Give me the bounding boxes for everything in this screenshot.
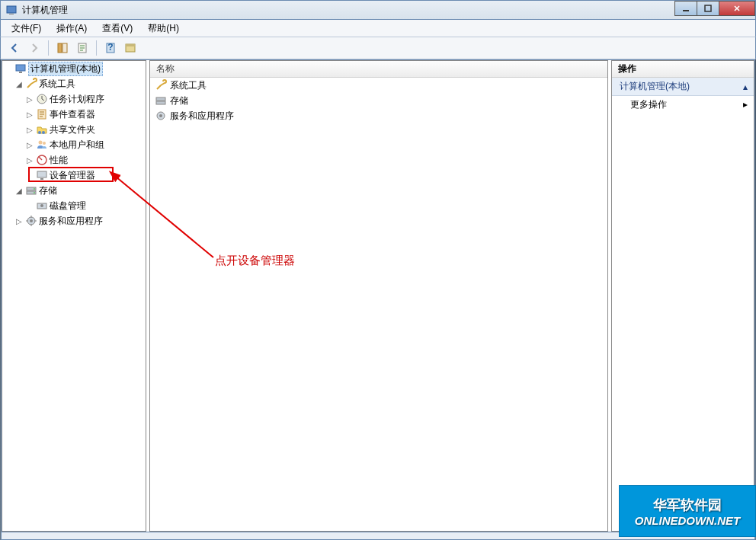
column-header-name[interactable]: 名称 [150,61,607,78]
tree-label: 任务计划程序 [50,93,104,106]
expand-icon[interactable]: ▷ [25,125,34,134]
tree-disk-management[interactable]: 磁盘管理 [24,198,146,213]
storage-icon [155,94,167,107]
svg-text:?: ? [107,42,113,53]
show-hide-tree-button[interactable] [53,39,72,57]
tree-system-tools[interactable]: ◢ 系统工具 [13,76,146,91]
toolbar-separator [48,40,49,56]
svg-point-15 [38,131,41,134]
maximize-button[interactable] [697,1,719,16]
expand-icon[interactable]: ▷ [25,140,34,149]
expand-icon[interactable]: ▷ [25,155,34,165]
tree-services-apps[interactable]: ▷ 服务和应用程序 [13,213,146,228]
collapse-icon[interactable]: ▴ [743,81,748,92]
tree-event-viewer[interactable]: ▷ 事件查看器 [24,107,146,122]
list-label: 系统工具 [170,79,207,92]
collapse-icon[interactable]: ◢ [14,79,24,88]
tree-shared-folders[interactable]: ▷ 共享文件夹 [24,122,146,137]
svg-point-17 [39,141,43,145]
list-item[interactable]: 服务和应用程序 [150,108,607,123]
actions-more-label: 更多操作 [630,98,667,111]
tree-label: 磁盘管理 [50,200,86,212]
tree-local-users[interactable]: ▷ 本地用户和组 [24,137,146,152]
titlebar: 计算机管理 [0,0,756,20]
svg-rect-3 [705,5,711,11]
annotation-highlight [28,167,114,182]
refresh-button[interactable] [121,39,139,57]
actions-more[interactable]: 更多操作 ▸ [612,96,754,113]
storage-icon [25,184,37,197]
expand-icon[interactable]: ▷ [14,216,24,225]
navigation-tree[interactable]: 计算机管理(本地) ◢ 系统工具 ▷ 任务计划程序 ▷ 事件查看器 [2,60,146,532]
list-label: 存储 [170,94,188,107]
tools-icon [155,79,167,91]
toolbar-separator [96,40,97,56]
list-item[interactable]: 存储 [150,93,607,108]
tree-root[interactable]: 计算机管理(本地) [2,61,146,76]
svg-point-33 [159,114,162,117]
tree-label: 计算机管理(本地) [28,62,103,76]
app-icon [5,4,18,16]
svg-rect-4 [58,43,62,53]
disk-icon [36,200,48,212]
actions-header: 操作 [612,61,754,78]
svg-rect-5 [62,43,67,53]
tree-label: 性能 [50,154,68,167]
watermark-line1: 华军软件园 [653,496,722,514]
shared-folder-icon [36,123,48,136]
svg-point-24 [34,188,35,190]
toolbar: ? [0,37,756,59]
svg-rect-10 [126,44,135,46]
actions-pane: 操作 计算机管理(本地) ▴ 更多操作 ▸ [611,60,754,532]
properties-button[interactable] [73,39,91,57]
menu-action[interactable]: 操作(A) [50,21,93,37]
content-list[interactable]: 名称 系统工具 存储 服务和应用程序 [149,60,608,532]
tree-task-scheduler[interactable]: ▷ 任务计划程序 [24,91,146,107]
watermark: 华军软件园 ONLINEDOWN.NET [619,485,756,537]
svg-rect-12 [19,72,22,73]
services-icon [155,110,167,122]
actions-section-label: 计算机管理(本地) [620,80,690,93]
menu-file[interactable]: 文件(F) [5,21,47,37]
tree-label: 系统工具 [39,78,75,91]
svg-rect-11 [16,65,25,71]
tree-performance[interactable]: ▷ 性能 [24,152,146,168]
tree-label: 存储 [39,184,57,197]
svg-rect-31 [156,101,165,104]
collapse-icon[interactable] [4,64,13,73]
chevron-right-icon: ▸ [743,99,748,110]
back-button[interactable] [5,39,24,57]
minimize-button[interactable] [674,1,697,16]
svg-rect-1 [9,14,14,14]
menu-help[interactable]: 帮助(H) [142,21,185,37]
expand-icon[interactable]: ▷ [25,94,34,104]
tools-icon [25,78,37,90]
svg-point-29 [30,219,33,222]
tree-storage[interactable]: ◢ 存储 [13,183,146,198]
blank-icon [25,201,34,210]
performance-icon [36,154,48,166]
svg-point-18 [43,142,46,145]
annotation-text: 点开设备管理器 [215,254,295,268]
svg-rect-2 [683,10,689,11]
list-item[interactable]: 系统工具 [150,78,607,93]
svg-point-16 [42,131,45,134]
computer-icon [14,62,27,75]
expand-icon[interactable]: ▷ [25,110,34,119]
svg-point-27 [40,204,43,207]
tree-label: 事件查看器 [50,108,95,121]
collapse-icon[interactable]: ◢ [14,186,24,195]
svg-point-25 [34,192,35,193]
close-button[interactable] [719,1,755,16]
window-title: 计算机管理 [22,4,68,17]
actions-section[interactable]: 计算机管理(本地) ▴ [612,78,754,96]
menu-view[interactable]: 查看(V) [96,21,139,37]
svg-rect-30 [156,97,165,101]
forward-button[interactable] [25,39,43,57]
users-icon [36,139,48,151]
event-icon [36,108,48,120]
menubar: 文件(F) 操作(A) 查看(V) 帮助(H) [0,20,756,37]
watermark-line2: ONLINEDOWN.NET [635,514,740,527]
help-button[interactable]: ? [101,39,120,57]
clock-icon [36,93,48,105]
